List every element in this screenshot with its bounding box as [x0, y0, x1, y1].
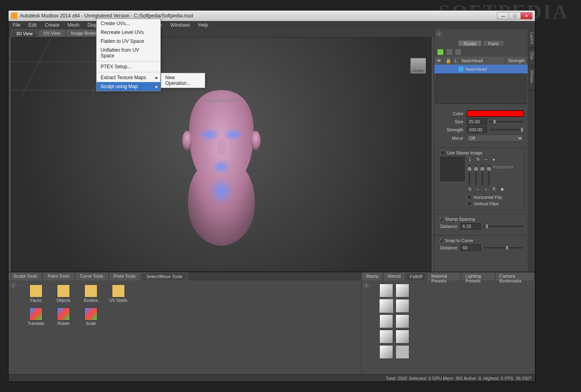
- stamp-slider-3[interactable]: [482, 165, 483, 185]
- falloff-preset[interactable]: [379, 330, 393, 344]
- dd-item-extract-texture-maps[interactable]: Extract Texture Maps▸: [97, 73, 160, 82]
- stamp-slider-4[interactable]: [488, 165, 490, 185]
- sub-dd-item-new-operation-[interactable]: New Operation...: [161, 73, 205, 88]
- tool-tab-paint-tools[interactable]: Paint Tools: [43, 272, 74, 280]
- panel-drag-handle[interactable]: · · · · · · · · · · · · · ·: [434, 104, 528, 108]
- mode-tab-sculpt[interactable]: Sculpt: [458, 40, 482, 46]
- falloff-preset[interactable]: [396, 345, 409, 359]
- menu-help[interactable]: Help: [194, 21, 213, 29]
- falloff-preset[interactable]: [396, 284, 409, 297]
- stamp-stop-icon[interactable]: ■: [499, 187, 505, 192]
- stamp-h-icon[interactable]: ↔: [475, 187, 481, 192]
- stamp-fliph-icon[interactable]: ↔: [483, 157, 489, 162]
- falloff-preset[interactable]: [379, 284, 393, 297]
- size-slider[interactable]: [489, 121, 524, 122]
- dd-item-unflatten-from-uv-space[interactable]: Unflatten from UV Space: [97, 46, 160, 60]
- mirror-select[interactable]: Off: [467, 135, 524, 142]
- dd-item-recreate-level-uvs[interactable]: Recreate Level UVs: [97, 28, 160, 37]
- size-field[interactable]: 25.00: [467, 118, 487, 125]
- view-tab--d-view[interactable]: 3D View: [11, 30, 38, 37]
- stamp-preview[interactable]: [440, 157, 465, 181]
- dd-item-ptex-setup-[interactable]: PTEX Setup...: [97, 62, 160, 71]
- menu-file[interactable]: File: [8, 21, 24, 29]
- spacing-dist-field[interactable]: 6.25: [461, 223, 481, 230]
- stamp-rotate-icon[interactable]: ↻: [475, 157, 481, 162]
- tool-borders[interactable]: Borders: [81, 285, 101, 303]
- spacing-dist-label: Distance: [438, 224, 461, 229]
- preset-tab-lighting-presets[interactable]: Lighting Presets: [461, 272, 495, 280]
- view-cube[interactable]: FRONT: [410, 58, 426, 74]
- tool-rotate[interactable]: Rotate: [54, 308, 73, 326]
- head-model[interactable]: [169, 86, 274, 248]
- stamp-reset-icon[interactable]: ▸: [491, 157, 497, 162]
- spacing-slider[interactable]: [483, 226, 524, 227]
- menu-edit[interactable]: Edit: [24, 21, 41, 29]
- layer-options-icon[interactable]: [455, 49, 461, 55]
- minimize-button[interactable]: —: [497, 12, 509, 19]
- view-tab-uv-view[interactable]: UV View: [39, 30, 65, 37]
- panel-collapse-arrow-icon[interactable]: ›: [436, 31, 442, 37]
- falloff-preset[interactable]: [379, 345, 393, 359]
- tool-tab-sculpt-tools[interactable]: Sculpt Tools: [8, 272, 42, 280]
- stamp-slider-2[interactable]: [475, 165, 477, 185]
- new-layer-icon[interactable]: [438, 49, 443, 55]
- layer-tools: [434, 48, 528, 57]
- lock-col-icon[interactable]: 🔒: [443, 58, 452, 63]
- snap-dist-field[interactable]: 60: [461, 244, 481, 251]
- side-tab-object[interactable]: Obje...: [528, 48, 535, 67]
- snap-checkbox[interactable]: [438, 238, 443, 243]
- close-button[interactable]: ✕: [520, 12, 533, 19]
- vflip-label: Vertical Flips: [474, 201, 499, 206]
- maximize-button[interactable]: ☐: [509, 12, 521, 19]
- strength-field[interactable]: 100.00: [467, 126, 487, 133]
- tool-uv-shells[interactable]: UV Shells: [109, 285, 128, 303]
- falloff-preset[interactable]: [379, 299, 393, 313]
- preset-tab-falloff[interactable]: Falloff: [406, 272, 427, 280]
- vflip-checkbox[interactable]: [467, 201, 472, 206]
- tool-scale[interactable]: Scale: [81, 308, 101, 326]
- tool-objects[interactable]: Objects: [54, 285, 73, 303]
- visibility-col-icon[interactable]: 👁: [434, 58, 443, 63]
- tool-faces[interactable]: Faces: [26, 285, 46, 303]
- menu-mesh[interactable]: Mesh: [63, 21, 83, 29]
- tool-tab-curve-tools[interactable]: Curve Tools: [75, 272, 108, 280]
- tool-tab-select-move-tools[interactable]: Select/Move Tools: [141, 272, 187, 280]
- stamp-rot-icon[interactable]: ↻: [467, 187, 473, 192]
- falloff-preset[interactable]: [396, 330, 409, 344]
- preset-collapse-arrow-icon[interactable]: ›: [363, 282, 370, 289]
- stamp-import-icon[interactable]: ⤵: [467, 157, 473, 162]
- strength-slider[interactable]: [489, 129, 524, 131]
- stamp-export-icon[interactable]: ⇱: [491, 187, 497, 192]
- tool-collapse-arrow-icon[interactable]: ›: [10, 282, 17, 289]
- tool-translate[interactable]: Translate: [26, 308, 46, 326]
- side-tab-layers[interactable]: Layers: [528, 29, 535, 48]
- color-swatch[interactable]: [467, 110, 524, 117]
- dd-item-sculpt-using-map[interactable]: Sculpt using Map▸: [97, 82, 160, 91]
- preset-tab-camera-bookmarks[interactable]: Camera Bookmarks: [495, 272, 534, 280]
- mirror-label: Mirror: [438, 136, 467, 141]
- dd-item-flatten-to-uv-space[interactable]: Flatten to UV Space: [97, 37, 160, 46]
- falloff-preset[interactable]: [396, 314, 409, 328]
- stamp-v-icon[interactable]: ↕: [483, 187, 489, 192]
- preset-tab-material-presets[interactable]: Material Presets: [427, 272, 461, 280]
- preset-tab-stamp[interactable]: Stamp: [362, 272, 383, 280]
- tool-icon: [29, 308, 42, 320]
- side-tab-viewport[interactable]: Viewpo...: [528, 67, 535, 90]
- mode-tab-paint[interactable]: Paint: [482, 40, 504, 46]
- falloff-preset[interactable]: [396, 299, 409, 313]
- snap-slider[interactable]: [483, 247, 524, 249]
- spacing-checkbox[interactable]: [438, 217, 443, 221]
- hflip-checkbox[interactable]: [467, 195, 472, 200]
- delete-layer-icon[interactable]: [446, 49, 452, 55]
- preset-tab-stencil[interactable]: Stencil: [383, 272, 405, 280]
- viewport-3d[interactable]: www.softpedia.com FRONT: [11, 37, 432, 272]
- dd-item-create-uvs-[interactable]: Create UVs...: [97, 19, 160, 28]
- tool-tab-pose-tools[interactable]: Pose Tools: [109, 272, 141, 280]
- layer-row-basichead[interactable]: basicHead: [434, 65, 528, 74]
- menu-windows[interactable]: Windows: [166, 21, 194, 29]
- stamp-slider-1[interactable]: [469, 165, 470, 185]
- use-stamp-checkbox[interactable]: [440, 150, 445, 155]
- menu-create[interactable]: Create: [41, 21, 63, 29]
- falloff-preset[interactable]: [379, 314, 393, 328]
- layer-list-area[interactable]: [436, 74, 526, 104]
